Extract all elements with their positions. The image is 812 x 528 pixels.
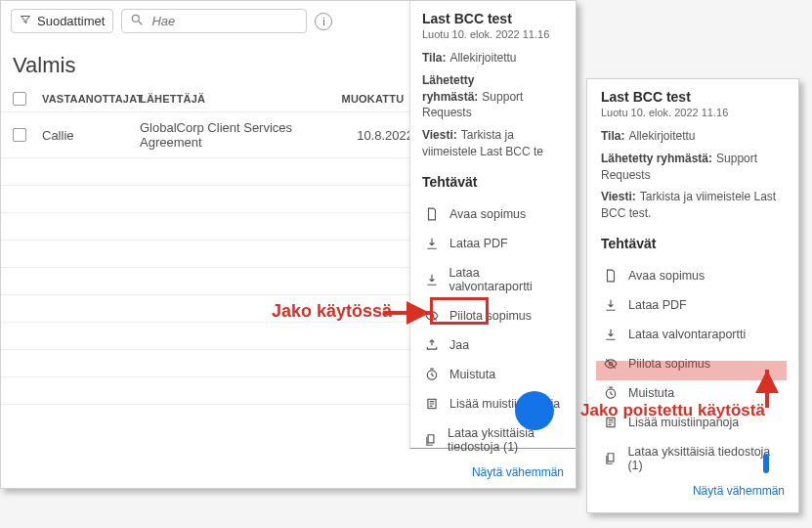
svg-line-1: [139, 22, 143, 25]
group-line: Lähetetty ryhmästä:Support Requests: [422, 72, 564, 121]
row-sender: GlobalCorp Client Services Agreement: [140, 120, 345, 150]
eye-off-icon: [603, 357, 619, 371]
tasks-heading: Tehtävät: [601, 236, 785, 251]
task-download-pdf[interactable]: Lataa PDF: [422, 229, 564, 258]
download-icon: [424, 237, 440, 250]
filters-button[interactable]: Suodattimet: [11, 9, 113, 33]
task-remind[interactable]: Muistuta: [422, 360, 564, 389]
note-icon: [424, 397, 440, 411]
panel-title: Last BCC test: [601, 89, 785, 105]
status-line: Tila:Allekirjoitettu: [601, 128, 785, 145]
header-modified[interactable]: MUOKATTU ↓: [345, 93, 413, 105]
download-icon: [603, 298, 619, 312]
files-icon: [424, 433, 438, 447]
panel-created: Luotu 10. elok. 2022 11.16: [601, 107, 785, 118]
annotation-share-disabled: Jako poistettu käytöstä: [580, 401, 765, 420]
main-window: Suodattimet i Valmis VASTAANOTTAJAT LÄHE…: [0, 0, 577, 489]
filters-label: Suodattimet: [37, 14, 105, 28]
row-checkbox[interactable]: [13, 128, 26, 142]
detail-panel-with-share: Last BCC test Luotu 10. elok. 2022 11.16…: [409, 1, 576, 449]
download-icon: [424, 273, 439, 286]
panel-title: Last BCC test: [422, 11, 564, 26]
show-less-link[interactable]: Näytä vähemmän: [422, 462, 564, 483]
share-icon: [424, 338, 440, 352]
eye-off-icon: [424, 309, 440, 323]
scrollbar-indicator[interactable]: [763, 454, 769, 473]
task-download-audit[interactable]: Lataa valvontaraportti: [601, 320, 785, 349]
clock-icon: [424, 368, 440, 381]
files-icon: [603, 452, 618, 465]
task-hide-agreement[interactable]: Piilota sopimus: [422, 301, 564, 330]
clock-icon: [603, 386, 619, 400]
download-icon: [603, 328, 619, 341]
task-share[interactable]: Jaa: [422, 330, 564, 360]
panel-created: Luotu 10. elok. 2022 11.16: [422, 28, 564, 40]
row-recipient: Callie: [42, 128, 140, 143]
detail-panel-without-share: Last BCC test Luotu 10. elok. 2022 11.16…: [586, 78, 799, 513]
search-icon: [130, 13, 144, 29]
svg-point-0: [133, 15, 140, 22]
header-sender[interactable]: LÄHETTÄJÄ: [140, 93, 345, 105]
message-line: Viesti:Tarkista ja viimeistele Last BCC …: [601, 189, 785, 222]
show-less-link[interactable]: Näytä vähemmän: [601, 480, 785, 502]
task-open-agreement[interactable]: Avaa sopimus: [601, 261, 785, 290]
tasks-heading: Tehtävät: [422, 174, 564, 190]
row-modified: 10.8.2022: [345, 128, 413, 143]
task-download-audit[interactable]: Lataa valvontaraportti: [422, 258, 564, 301]
search-input[interactable]: [150, 13, 286, 29]
task-download-files[interactable]: Lataa yksittäisiä tiedostoja (1): [601, 437, 785, 480]
search-box[interactable]: [121, 9, 307, 33]
status-line: Tila:Allekirjoitettu: [422, 50, 564, 66]
task-open-agreement[interactable]: Avaa sopimus: [422, 199, 564, 229]
group-line: Lähetetty ryhmästä:Support Requests: [601, 151, 785, 184]
info-icon[interactable]: i: [315, 13, 332, 30]
message-line: Viesti:Tarkista ja viimeistele Last BCC …: [422, 127, 564, 160]
filter-icon: [20, 14, 31, 28]
task-hide-agreement[interactable]: Piilota sopimus: [601, 349, 785, 378]
document-icon: [424, 207, 440, 221]
task-download-pdf[interactable]: Lataa PDF: [601, 290, 785, 320]
document-icon: [603, 269, 619, 283]
annotation-share-enabled: Jako käytössä: [272, 301, 392, 322]
header-recipients[interactable]: VASTAANOTTAJAT: [42, 93, 140, 105]
select-all-checkbox[interactable]: [13, 92, 26, 106]
help-fab[interactable]: [515, 391, 554, 430]
